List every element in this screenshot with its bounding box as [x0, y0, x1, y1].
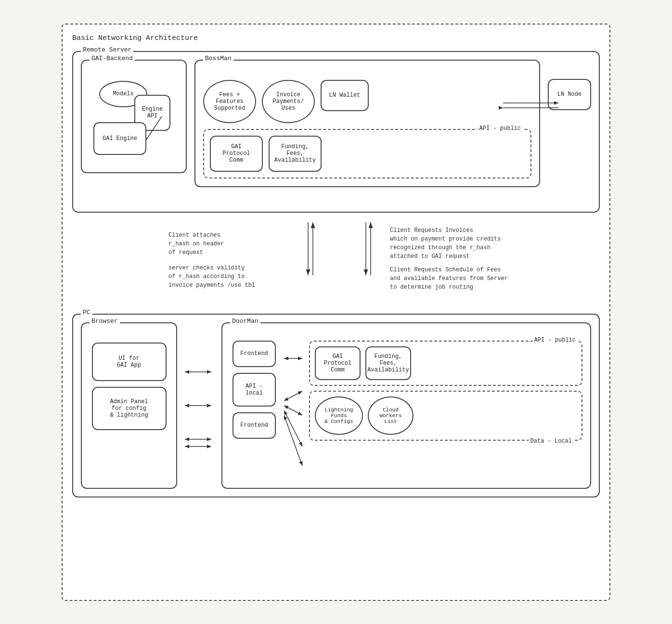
browser-doorman-arrows [185, 353, 214, 478]
api-public-box-remote: API - public GAI Protocol Comm Funding, … [203, 129, 531, 178]
fees-oval: Fees + Features Supported [203, 80, 256, 123]
invoice-oval: Invoice Payments/ Uses [262, 80, 315, 123]
cloud-workers-oval: Cloud Workers List [368, 396, 414, 435]
diagram-title: Basic Networking Architecture [72, 34, 600, 42]
fees-text: Fees + Features Supported [214, 91, 246, 112]
bossman-top-row: Fees + Features Supported Invoice Paymen… [203, 80, 531, 123]
middle-arrows-svg: Client attaches r_hash on header of requ… [72, 217, 600, 314]
funding-fees-text-remote: Funding, Fees, Availability [274, 143, 316, 164]
svg-text:to determine job routing: to determine job routing [390, 284, 473, 291]
gai-backend-arrows [90, 68, 178, 165]
gai-protocol-rect-remote: GAI Protocol Comm [210, 136, 263, 172]
svg-text:and available features from Se: and available features from Server [390, 275, 508, 282]
svg-line-0 [146, 116, 162, 140]
svg-text:recognized through the r_hash: recognized through the r_hash [390, 244, 491, 251]
admin-panel-text: Admin Panel for config & lightning [110, 398, 148, 419]
gai-protocol-text-remote: GAI Protocol Comm [222, 143, 250, 164]
svg-text:server checks validity: server checks validity [168, 265, 245, 271]
doorman-inner-arrows [284, 345, 303, 480]
bossman-label: BossMan [203, 55, 233, 62]
browser-label: Browser [90, 318, 120, 325]
api-public-label-remote: API - public [478, 125, 523, 132]
ln-wallet-node-arrows [501, 96, 587, 115]
svg-text:attached to GAI request: attached to GAI request [390, 253, 470, 260]
doorman-left-col: Frontend API - local Frontend [230, 341, 278, 480]
svg-text:of r_hash according to: of r_hash according to [168, 273, 245, 280]
svg-text:Client Requests Invoices: Client Requests Invoices [390, 227, 473, 234]
gai-backend-box: GAI-Backend Models Engine API GAI Engine [81, 60, 187, 173]
gai-protocol-rect-pc: GAI Protocol Comm [315, 346, 361, 380]
lightning-oval: Lightning Funds & Configs [315, 396, 363, 435]
svg-text:r_hash on header: r_hash on header [168, 241, 224, 247]
gai-protocol-text-pc: GAI Protocol Comm [324, 353, 352, 373]
frontend2-rect: Frontend [233, 412, 276, 439]
svg-text:Client attaches: Client attaches [168, 232, 220, 239]
data-local-label: Data - Local [529, 438, 574, 445]
pc-box: PC Browser UI for GAI App Admin Panel fo… [72, 314, 600, 497]
svg-text:of request: of request [168, 249, 203, 256]
browser-box: Browser UI for GAI App Admin Panel for c… [81, 322, 177, 489]
api-local-text: API - local [246, 383, 263, 396]
admin-panel-rect: Admin Panel for config & lightning [92, 387, 167, 430]
svg-text:invoice payments /use tbl: invoice payments /use tbl [168, 282, 255, 289]
frontend1-text: Frontend [240, 350, 268, 357]
bossman-box: BossMan Fees + Features Supported Invoic… [194, 60, 540, 187]
funding-fees-rect-remote: Funding, Fees, Availability [269, 136, 322, 172]
diagram-container: Basic Networking Architecture Remote Ser… [62, 24, 610, 601]
svg-text:Client Requests Schedule of Fe: Client Requests Schedule of Fees [390, 267, 501, 273]
doorman-label: DoorMan [230, 318, 260, 325]
ui-for-gai-rect: UI for GAI App [92, 343, 167, 381]
invoice-text: Invoice Payments/ Uses [273, 91, 304, 112]
funding-fees-text-pc: Funding, Fees, Availability [367, 353, 409, 373]
frontend2-text: Frontend [240, 422, 268, 429]
svg-text:which on payment provide credi: which on payment provide credits [390, 236, 501, 242]
api-local-rect: API - local [233, 373, 276, 407]
data-local-box: Data - Local Lightning Funds & Configs C… [309, 391, 582, 441]
ln-wallet-rect: LN Wallet [321, 80, 369, 111]
pc-label: PC [81, 309, 92, 316]
remote-server-box: Remote Server GAI-Backend Models Engine … [72, 51, 600, 213]
doorman-box: DoorMan Frontend API - local Frontend [221, 322, 591, 489]
api-public-label-pc: API - public [532, 337, 578, 344]
frontend1-rect: Frontend [233, 341, 276, 367]
svg-line-29 [284, 391, 302, 401]
doorman-right-col: API - public GAI Protocol Comm Funding, … [309, 341, 582, 480]
funding-fees-rect-pc: Funding, Fees, Availability [365, 346, 411, 380]
remote-server-label: Remote Server [81, 46, 133, 53]
gai-backend-label: GAI-Backend [90, 55, 135, 62]
svg-line-30 [284, 406, 302, 415]
cloud-workers-text: Cloud Workers List [379, 407, 401, 424]
lightning-text: Lightning Funds & Configs [324, 407, 353, 424]
ln-wallet-text: LN Wallet [329, 92, 361, 99]
api-public-pc: API - public GAI Protocol Comm Funding, … [309, 341, 582, 386]
ui-for-gai-text: UI for GAI App [117, 355, 141, 369]
